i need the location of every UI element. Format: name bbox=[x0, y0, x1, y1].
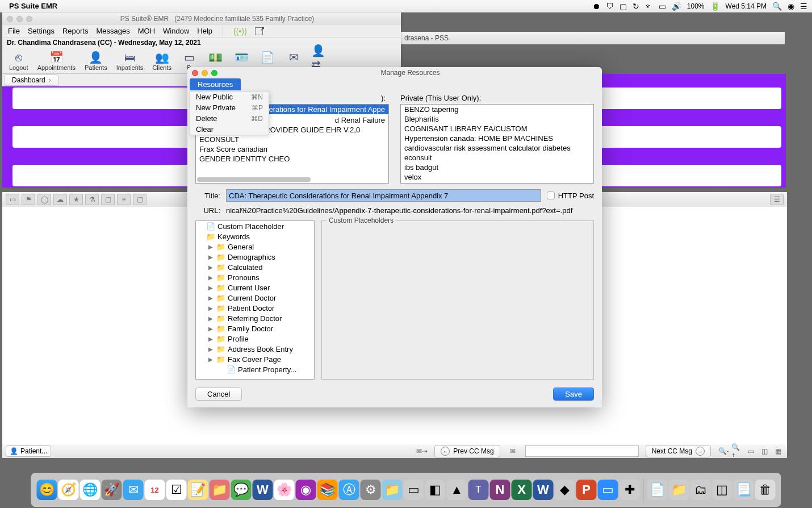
placeholder-tree[interactable]: 📄Custom Placeholder 📁Keywords ▶📁General … bbox=[195, 220, 315, 380]
dock-messages-icon[interactable]: 💬 bbox=[231, 480, 252, 500]
square2-icon[interactable]: ▢ bbox=[133, 194, 147, 205]
patient-button[interactable]: 👤 Patient... bbox=[6, 445, 51, 457]
patients-button[interactable]: 👤Patients bbox=[80, 49, 112, 72]
list-icon[interactable]: ☰ bbox=[800, 2, 807, 11]
dock-onenote-icon[interactable]: N bbox=[490, 480, 510, 500]
list-item[interactable]: Hypertension canada: HOME BP MACHINES bbox=[401, 134, 593, 143]
traffic-lights[interactable] bbox=[7, 16, 32, 22]
dock-app-icon[interactable]: ▭ bbox=[404, 480, 424, 500]
view3-icon[interactable]: ▦ bbox=[772, 446, 784, 456]
tag-icon[interactable]: ☁ bbox=[53, 194, 67, 205]
flask-icon[interactable]: ⚗ bbox=[85, 194, 99, 205]
appointments-button[interactable]: 📅Appointments bbox=[33, 49, 80, 72]
dock-finder-icon[interactable]: 😊 bbox=[37, 480, 57, 500]
modal-traffic-lights[interactable] bbox=[192, 70, 217, 76]
dock-zoom-icon[interactable]: ▭ bbox=[598, 480, 618, 500]
wifi-icon[interactable]: ᯤ bbox=[645, 2, 653, 11]
dock-books-icon[interactable]: 📚 bbox=[317, 480, 338, 500]
clock-icon[interactable]: ↻ bbox=[633, 2, 639, 11]
doc-icon[interactable]: ▭ bbox=[6, 194, 19, 205]
shield-icon[interactable]: ⛉ bbox=[606, 2, 614, 11]
dock-app-icon[interactable]: ◆ bbox=[555, 480, 575, 500]
datetime-text[interactable]: Wed 5:14 PM bbox=[726, 2, 767, 10]
dock-app-icon[interactable]: ▲ bbox=[447, 480, 467, 500]
private-resources-list[interactable]: BENZO tapering Blepharitis COGNISANT LIB… bbox=[400, 104, 594, 184]
dock-folder3-icon[interactable]: 🗂 bbox=[690, 480, 711, 500]
dock-appstore-icon[interactable]: Ⓐ bbox=[339, 480, 359, 500]
list-item[interactable]: GENDER IDENTITY CHEO bbox=[196, 154, 388, 164]
envelope-icon[interactable]: ✉ bbox=[507, 446, 518, 456]
zoom-in-icon[interactable]: 🔍+ bbox=[731, 446, 743, 456]
dock-launchpad-icon[interactable]: 🚀 bbox=[102, 480, 122, 500]
dock-folder-icon[interactable]: 📁 bbox=[382, 480, 403, 500]
dock-trash-icon[interactable]: 🗑 bbox=[755, 480, 776, 500]
menu-settings[interactable]: Settings bbox=[28, 27, 55, 35]
square-icon[interactable]: ▢ bbox=[101, 194, 115, 205]
view1-icon[interactable]: ▭ bbox=[745, 446, 756, 456]
spotlight-icon[interactable]: 🔍 bbox=[772, 2, 782, 11]
dock-reminders-icon[interactable]: ☑ bbox=[166, 480, 187, 500]
dock-notes-icon[interactable]: 📝 bbox=[188, 480, 208, 500]
dock-app-icon[interactable]: ◧ bbox=[425, 480, 446, 500]
menu-icon[interactable]: ☰ bbox=[770, 194, 784, 205]
list-item[interactable]: Frax Score canadian bbox=[196, 144, 388, 154]
menu-new-private[interactable]: New Private⌘P bbox=[190, 102, 269, 113]
logout-button[interactable]: ⎋Logout bbox=[5, 49, 33, 72]
list-item[interactable]: ECONSULT bbox=[196, 135, 388, 144]
list-item[interactable]: COGNISANT LIBRARY EA/CUSTOM bbox=[401, 124, 593, 134]
menu-new-public[interactable]: New Public⌘N bbox=[190, 91, 269, 102]
dock-preferences-icon[interactable]: ⚙ bbox=[361, 480, 381, 500]
resources-tab[interactable]: Resources bbox=[190, 78, 241, 90]
list-item[interactable]: econsult bbox=[401, 153, 593, 163]
scroll-thumb[interactable] bbox=[197, 177, 311, 182]
http-post-checkbox[interactable]: HTTP Post bbox=[547, 191, 594, 200]
next-msg-button[interactable]: Next CC Msg→ bbox=[646, 445, 711, 457]
menu-moh[interactable]: MOH bbox=[138, 27, 155, 35]
menu-delete[interactable]: Delete⌘D bbox=[190, 113, 269, 124]
list-item[interactable]: velox bbox=[401, 172, 593, 182]
menu-messages[interactable]: Messages bbox=[96, 27, 129, 35]
dock-podcasts-icon[interactable]: ◉ bbox=[296, 480, 316, 500]
dock-excel-icon[interactable]: X bbox=[512, 480, 532, 500]
camera-icon[interactable]: ⏺ bbox=[592, 2, 600, 11]
dock-app-icon[interactable]: ✚ bbox=[620, 480, 640, 500]
active-app-name[interactable]: PS Suite EMR bbox=[9, 2, 57, 10]
siri-icon[interactable]: ◉ bbox=[788, 2, 794, 11]
dock-doc-icon[interactable]: 📃 bbox=[734, 480, 754, 500]
list-item[interactable]: Blepharitis bbox=[401, 114, 593, 124]
battery-icon[interactable]: 🔋 bbox=[710, 2, 720, 11]
volume-icon[interactable]: 🔊 bbox=[672, 2, 681, 11]
clients-button[interactable]: 👥Clients bbox=[148, 49, 176, 72]
save-button[interactable]: Save bbox=[553, 388, 594, 401]
dock-photos-icon[interactable]: 🌸 bbox=[274, 480, 295, 500]
dock-teams-icon[interactable]: T bbox=[468, 480, 489, 500]
flag-icon[interactable]: ⚑ bbox=[22, 194, 35, 205]
list-item[interactable]: BENZO tapering bbox=[401, 105, 593, 114]
dock-calendar-icon[interactable]: 12 bbox=[145, 480, 165, 500]
message-input[interactable] bbox=[525, 445, 639, 457]
dock-word-icon[interactable]: W bbox=[253, 480, 273, 500]
list-item[interactable]: cardiovascular risk assessment calculato… bbox=[401, 143, 593, 153]
list-item[interactable]: ibs badgut bbox=[401, 163, 593, 172]
dock-chrome-icon[interactable]: 🌐 bbox=[80, 480, 101, 500]
box-icon[interactable]: ▢ bbox=[620, 2, 627, 11]
send-icon[interactable]: ✉⇢ bbox=[416, 446, 428, 456]
view2-icon[interactable]: ◫ bbox=[759, 446, 770, 456]
cancel-button[interactable]: Cancel bbox=[195, 388, 242, 401]
menu-clear[interactable]: Clear bbox=[190, 124, 269, 135]
display-icon[interactable]: ▭ bbox=[659, 2, 666, 11]
star-icon[interactable]: ★ bbox=[69, 194, 83, 205]
dock-powerpoint-icon[interactable]: P bbox=[576, 480, 597, 500]
dashboard-tab[interactable]: Dashboard› bbox=[5, 74, 58, 86]
dock-folder2-icon[interactable]: 📁 bbox=[669, 480, 689, 500]
menu-window[interactable]: Window bbox=[163, 27, 189, 35]
dock-downloads-icon[interactable]: 📄 bbox=[647, 480, 668, 500]
menu-file[interactable]: File bbox=[8, 27, 20, 35]
popout-icon[interactable] bbox=[255, 27, 263, 35]
inpatients-button[interactable]: 🛏Inpatients bbox=[112, 49, 148, 72]
dock-window-icon[interactable]: ◫ bbox=[712, 480, 733, 500]
dock-safari-icon[interactable]: 🧭 bbox=[58, 480, 79, 500]
menu-reports[interactable]: Reports bbox=[62, 27, 89, 35]
title-input[interactable] bbox=[226, 189, 541, 202]
zoom-out-icon[interactable]: 🔍- bbox=[718, 446, 729, 456]
